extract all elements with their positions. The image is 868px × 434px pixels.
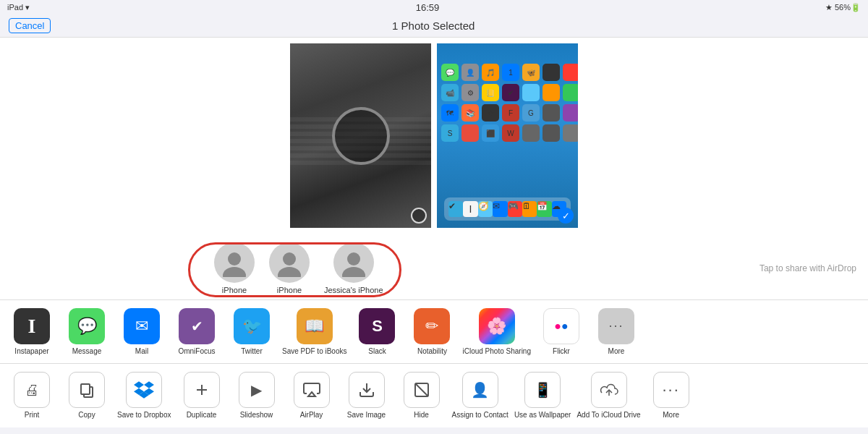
mail-icon: ✉	[124, 308, 160, 344]
svg-point-1	[223, 267, 246, 277]
app-icon-messages: 💬	[441, 64, 459, 81]
share-action-icloud-photo[interactable]: 🌸 iCloud Photo Sharing	[462, 308, 531, 356]
save-pdf-label: Save PDF to iBooks	[282, 347, 346, 356]
status-bar: iPad ▾ 16:59 ★ 56%🔋	[0, 0, 868, 14]
system-action-assign-contact[interactable]: 👤 Assign to Contact	[452, 372, 509, 420]
airdrop-person-3[interactable]: Jessica's iPhone	[324, 242, 383, 294]
save-pdf-icon: 📖	[297, 308, 333, 344]
notability-icon: ✏	[414, 308, 450, 344]
app-icon-app10	[542, 104, 560, 122]
dock-icon-7: 📅	[537, 201, 551, 217]
nav-bar: Cancel 1 Photo Selected	[0, 14, 868, 38]
app-icon-omnifocus: ✔	[502, 84, 519, 101]
share-action-message[interactable]: 💬 Message	[62, 308, 111, 356]
person-avatar-3	[333, 242, 374, 283]
app-icon-app12	[461, 124, 479, 142]
twitter-icon: 🐦	[234, 308, 270, 344]
photo-washer[interactable]	[290, 43, 431, 228]
copy-icon	[69, 372, 105, 408]
app-icon-app8	[542, 84, 560, 101]
omnifocus-icon: ✔	[179, 308, 215, 344]
system-action-hide[interactable]: Hide	[397, 372, 446, 420]
share-action-mail[interactable]: ✉ Mail	[117, 308, 166, 356]
photos-area: 💬 👤 🎵 1 🦋 📹 ⚙ 📒 ✔ 🗺 📚 ★ F	[0, 38, 868, 237]
app-icon-app5	[542, 64, 560, 81]
status-right: ★ 56%🔋	[825, 3, 861, 12]
message-icon: 💬	[69, 308, 105, 344]
app-share-row: I Instapaper 💬 Message ✉ Mail ✔ OmniFocu…	[0, 300, 868, 364]
duplicate-icon	[184, 372, 220, 408]
share-action-more[interactable]: ··· More	[592, 308, 641, 356]
wallpaper-label: Use as Wallpaper	[514, 411, 571, 420]
share-action-omnifocus[interactable]: ✔ OmniFocus	[172, 308, 221, 356]
app-icon-app16	[563, 124, 578, 142]
share-action-slack[interactable]: S Slack	[352, 308, 401, 356]
app-icon-1password: 1	[502, 64, 519, 81]
dock-icon-5: 🎮	[508, 201, 522, 217]
dropbox-icon	[126, 372, 162, 408]
airdrop-person-1[interactable]: iPhone	[214, 242, 255, 294]
photo-selected-checkmark: ✓	[558, 208, 574, 224]
share-action-twitter[interactable]: 🐦 Twitter	[227, 308, 276, 356]
svg-point-3	[278, 267, 301, 277]
person-name-1: iPhone	[222, 286, 247, 294]
more-apps-label: More	[608, 347, 625, 356]
app-icon-maps: 🗺	[441, 104, 459, 122]
instapaper-icon: I	[14, 308, 50, 344]
more-system-icon: ···	[653, 372, 689, 408]
system-action-slideshow[interactable]: ▶ Slideshow	[232, 372, 281, 420]
system-action-more[interactable]: ··· More	[647, 372, 696, 420]
app-icon-app14	[522, 124, 540, 142]
instapaper-label: Instapaper	[14, 347, 48, 356]
airdrop-person-2[interactable]: iPhone	[269, 242, 310, 294]
device-name: iPad ▾	[7, 3, 30, 12]
svg-point-2	[283, 252, 296, 265]
photo-ipad-screenshot[interactable]: 💬 👤 🎵 1 🦋 📹 ⚙ 📒 ✔ 🗺 📚 ★ F	[437, 43, 578, 228]
wallpaper-icon: 📱	[524, 372, 561, 408]
photo-select-circle	[411, 208, 427, 224]
assign-contact-icon: 👤	[462, 372, 498, 408]
dock-icon-3: 🧭	[478, 201, 493, 217]
system-action-copy[interactable]: Copy	[62, 372, 111, 420]
slack-label: Slack	[368, 347, 386, 356]
notability-label: Notability	[417, 347, 447, 356]
message-label: Message	[72, 347, 102, 356]
system-action-wallpaper[interactable]: 📱 Use as Wallpaper	[514, 372, 571, 420]
print-icon: 🖨	[14, 372, 50, 408]
svg-rect-7	[81, 384, 90, 394]
hide-icon	[404, 372, 440, 408]
omnifocus-label: OmniFocus	[178, 347, 215, 356]
system-action-duplicate[interactable]: Duplicate	[177, 372, 226, 420]
icloud-photo-icon: 🌸	[479, 308, 515, 344]
person-name-3: Jessica's iPhone	[324, 286, 383, 294]
dock-icon-6: 🗓	[522, 201, 537, 217]
nav-title: 1 Photo Selected	[392, 20, 475, 32]
share-action-notability[interactable]: ✏ Notability	[407, 308, 456, 356]
app-icon-app9	[563, 84, 578, 101]
save-image-icon	[349, 372, 385, 408]
system-action-airplay[interactable]: AirPlay	[287, 372, 336, 420]
system-actions-row: 🖨 Print Copy Save to Dropbox	[0, 364, 868, 427]
app-icon-office: W	[502, 124, 519, 142]
ipad-icons-grid: 💬 👤 🎵 1 🦋 📹 ⚙ 📒 ✔ 🗺 📚 ★ F	[437, 58, 578, 148]
share-action-save-pdf[interactable]: 📖 Save PDF to iBooks	[282, 308, 346, 356]
share-action-instapaper[interactable]: I Instapaper	[7, 308, 56, 356]
app-icon-music: 🎵	[482, 64, 499, 81]
app-icon-settings: ⚙	[461, 84, 479, 101]
airplay-icon	[294, 372, 330, 408]
person-avatar-2	[269, 242, 310, 283]
battery-info: ★ 56%🔋	[825, 3, 861, 12]
dock-icon-4: ✉	[493, 201, 507, 217]
system-action-icloud-drive[interactable]: Add To iCloud Drive	[576, 372, 640, 420]
system-action-print[interactable]: 🖨 Print	[7, 372, 56, 420]
airdrop-hint: Tap to share with AirDrop	[760, 263, 856, 273]
flickr-icon: ●●	[543, 308, 579, 344]
copy-label: Copy	[78, 411, 95, 420]
system-action-save-image[interactable]: Save Image	[342, 372, 391, 420]
person-name-2: iPhone	[277, 286, 302, 294]
system-action-dropbox[interactable]: Save to Dropbox	[117, 372, 171, 420]
dropbox-label: Save to Dropbox	[117, 411, 171, 420]
share-action-flickr[interactable]: ●● Flickr	[537, 308, 586, 356]
svg-marker-13	[308, 392, 315, 396]
cancel-button[interactable]: Cancel	[9, 18, 51, 33]
